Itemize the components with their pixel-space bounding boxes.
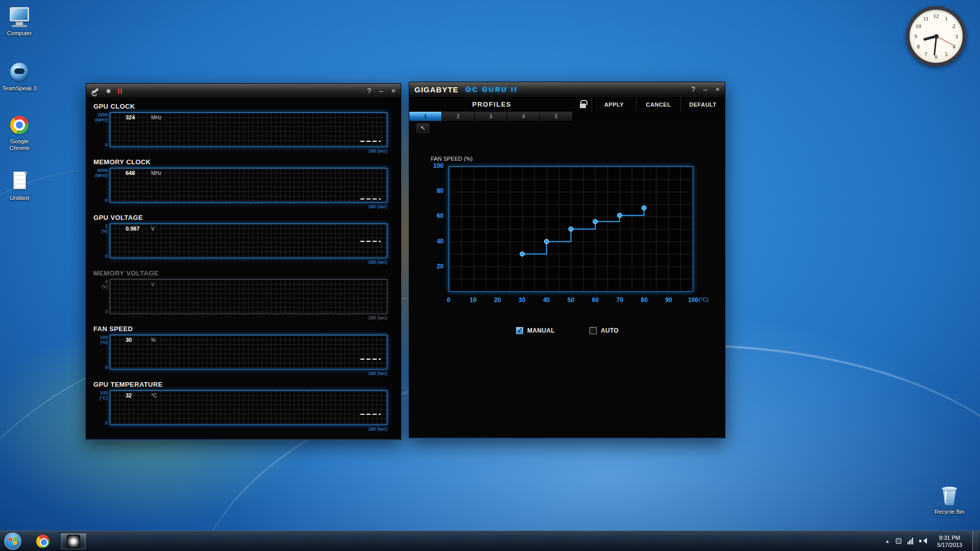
y-axis-min-label: 0 — [86, 142, 108, 147]
y-axis-min-label: 0 — [86, 420, 108, 425]
x-axis-label: 180 (sec) — [368, 204, 387, 209]
value-unit: V — [151, 226, 155, 232]
profile-tab-3[interactable]: 3 — [475, 112, 507, 121]
x-axis-label: 180 (sec) — [368, 148, 387, 154]
fan-curve-node[interactable] — [569, 227, 573, 232]
desktop-icon-label: Untitled — [0, 195, 39, 202]
clock-numeral: 2 — [950, 23, 958, 29]
value-trace-line — [360, 414, 381, 415]
profile-tab-5[interactable]: 5 — [540, 112, 573, 121]
fan-chart-x-tick: 40 — [540, 296, 554, 304]
clock-numeral: 1 — [943, 15, 950, 21]
windows-flag-icon — [9, 537, 17, 545]
clock-numeral: 10 — [915, 23, 922, 29]
gigabyte-logo: GIGABYTE — [414, 85, 458, 94]
y-axis-max-label: 2000(MHz) — [86, 112, 108, 122]
graph-plot-area: 0.987 V — [110, 223, 387, 258]
close-button[interactable]: × — [391, 87, 396, 94]
fan-curve-node[interactable] — [617, 213, 622, 218]
desktop-icon-chrome[interactable]: Google Chrome — [0, 113, 39, 152]
graph-plot-area: 648 MHz — [110, 168, 387, 203]
product-name: OC GURU II — [465, 86, 518, 93]
network-icon[interactable] — [908, 538, 913, 544]
taskbar-clock[interactable]: 8:31 PM 5/17/2013 — [933, 534, 966, 548]
fan-speed-chart-title: FAN SPEED (%) — [431, 156, 473, 162]
apply-button[interactable]: APPLY — [592, 97, 636, 112]
minimize-button[interactable]: – — [379, 87, 383, 94]
minimize-button[interactable]: – — [703, 86, 707, 93]
fan-curve-node[interactable] — [544, 239, 549, 244]
main-titlebar[interactable]: GIGABYTE OC GURU II ? – × — [409, 82, 725, 96]
desktop-icon-label: TeamSpeak 3 — [0, 85, 39, 92]
graph-title: GPU VOLTAGE — [93, 214, 143, 221]
clock-numeral: 5 — [943, 51, 950, 57]
fan-chart-x-tick: 60 — [588, 296, 602, 304]
gpu-voltage-graph: GPU VOLTAGE 2(V) 0.987 V 0 180 (sec) — [86, 213, 401, 269]
fan-chart-x-tick: 70 — [612, 296, 627, 304]
x-axis-label: 180 (sec) — [368, 260, 387, 265]
memory-clock-graph: MEMORY CLOCK 6000(MHz) 648 MHz 0 180 (se… — [86, 158, 401, 213]
clock-numeral: 8 — [915, 43, 922, 49]
value-unit: MHz — [151, 115, 162, 120]
fan-curve-svg — [449, 167, 693, 291]
pointer-arrow-button[interactable]: ↖ — [416, 123, 429, 133]
show-desktop-button[interactable] — [972, 531, 979, 551]
default-button[interactable]: DEFAULT — [681, 97, 725, 112]
desktop-icon-label: Computer — [0, 30, 39, 37]
y-axis-min-label: 0 — [86, 254, 108, 259]
y-axis-min-label: 0 — [86, 365, 108, 370]
fan-chart-x-tick: 50 — [564, 296, 578, 304]
profiles-heading: PROFILES — [472, 101, 511, 108]
fan-curve-node[interactable] — [520, 252, 525, 256]
cancel-button[interactable]: CANCEL — [636, 97, 680, 112]
profile-tab-2[interactable]: 2 — [442, 112, 475, 121]
help-button[interactable]: ? — [367, 87, 371, 94]
desktop-icon-untitled[interactable]: Untitled — [0, 170, 39, 202]
desktop-icon-recycle-bin[interactable]: Recycle Bin — [930, 484, 969, 515]
auto-checkbox-box[interactable] — [590, 327, 597, 334]
fan-curve-plot[interactable] — [449, 166, 693, 292]
clock-center-cap — [934, 34, 939, 39]
auto-checkbox[interactable]: AUTO — [590, 327, 619, 334]
clock-numeral: 12 — [933, 13, 940, 19]
close-button[interactable]: × — [716, 86, 720, 93]
value-unit: V — [151, 282, 155, 287]
fan-chart-x-tick: 0 — [442, 296, 456, 304]
manual-checkbox-box[interactable] — [516, 327, 523, 334]
clock-numeral: 7 — [922, 51, 929, 57]
desktop-icon-computer[interactable]: Computer — [0, 5, 39, 37]
record-icon[interactable] — [106, 87, 111, 95]
taskbar-time: 8:31 PM — [937, 534, 962, 541]
y-axis-max-label: 2(V) — [86, 223, 108, 234]
lock-icon — [580, 104, 586, 108]
fan-chart-y-tick: 100 — [427, 162, 444, 169]
graph-title: FAN SPEED — [93, 325, 133, 333]
tray-app-icon[interactable] — [896, 538, 901, 544]
chevron-up-icon[interactable]: ▲ — [885, 539, 890, 544]
fan-curve-node[interactable] — [642, 206, 646, 210]
manual-checkbox[interactable]: MANUAL — [516, 327, 555, 334]
taskbar-ocguru-button[interactable] — [60, 533, 87, 550]
help-button[interactable]: ? — [691, 86, 695, 93]
start-button[interactable] — [4, 533, 21, 550]
wrench-icon[interactable] — [92, 87, 99, 95]
taskbar-date: 5/17/2013 — [937, 541, 962, 548]
x-axis-label: 180 (sec) — [368, 427, 387, 432]
clock-gadget[interactable]: 121234567891011 — [906, 6, 966, 66]
profile-tab-1[interactable]: 1 — [409, 112, 442, 121]
pause-icon[interactable] — [118, 87, 122, 95]
fan-chart-y-tick: 60 — [427, 212, 444, 219]
volume-icon[interactable] — [919, 538, 927, 544]
profile-tab-4[interactable]: 4 — [507, 112, 540, 121]
oc-guru-main-window: GIGABYTE OC GURU II ? – × PROFILES APPLY… — [409, 82, 725, 439]
value-trace-line — [360, 198, 381, 199]
fan-curve-node[interactable] — [593, 219, 598, 224]
taskbar-chrome-button[interactable] — [30, 533, 56, 550]
chrome-icon — [8, 113, 31, 137]
y-axis-max-label: 2(V) — [86, 279, 108, 289]
graph-title: GPU CLOCK — [93, 103, 135, 110]
desktop-icon-teamspeak[interactable]: TeamSpeak 3 — [0, 60, 39, 92]
monitor-titlebar[interactable]: ? – × — [86, 84, 401, 98]
lock-profile-button[interactable] — [574, 97, 592, 112]
value-trace-line — [360, 241, 381, 242]
